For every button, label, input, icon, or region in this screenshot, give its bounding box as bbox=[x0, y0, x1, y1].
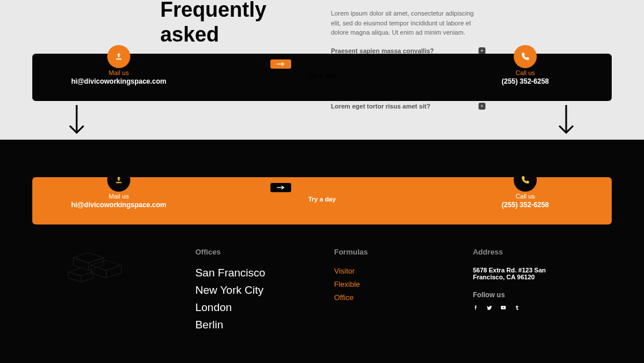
cta-mail-col-2: Mail us hi@divicoworkingspace.com bbox=[67, 193, 171, 209]
footer-formulas-col: Formulas Visitor Flexible Office bbox=[334, 248, 438, 336]
try-label: Try a day bbox=[308, 72, 336, 79]
bottom-section: Mail us hi@divicoworkingspace.com Try a … bbox=[0, 140, 644, 363]
cta-call-col-2: Call us (255) 352-6258 bbox=[473, 193, 577, 209]
top-section: Frequently asked Lorem ipsum dolor sit a… bbox=[0, 0, 644, 140]
cta-bar-wrapper-1: Mail us hi@divicoworkingspace.com Try a … bbox=[0, 54, 644, 101]
office-link-berlin[interactable]: Berlin bbox=[195, 319, 300, 331]
upload-icon-2 bbox=[107, 169, 130, 192]
office-link-london[interactable]: London bbox=[195, 301, 300, 314]
phone-icon-2 bbox=[514, 169, 537, 192]
faq-lorem: Lorem ipsum dolor sit amet, consectetur … bbox=[331, 9, 481, 38]
youtube-icon[interactable] bbox=[500, 305, 506, 310]
cta-mail-col: Mail us hi@divicoworkingspace.com bbox=[67, 69, 171, 85]
svg-rect-0 bbox=[116, 58, 121, 59]
svg-marker-8 bbox=[73, 258, 88, 271]
facebook-icon[interactable] bbox=[473, 305, 479, 310]
mail-value-2[interactable]: hi@divicoworkingspace.com bbox=[71, 201, 166, 209]
upload-icon bbox=[107, 45, 130, 68]
svg-marker-14 bbox=[69, 272, 81, 282]
footer-columns: Offices San Francisco New York City Lond… bbox=[32, 224, 612, 359]
faq-title-line1: Frequently bbox=[160, 0, 266, 22]
svg-marker-9 bbox=[91, 260, 122, 271]
copyright-row: © 2020 by Divi Coworking Space. All righ… bbox=[32, 359, 612, 363]
call-value-2[interactable]: (255) 352-6258 bbox=[502, 201, 549, 209]
try-label-2: Try a day bbox=[308, 196, 336, 203]
mail-label: Mail us bbox=[109, 69, 129, 76]
svg-marker-12 bbox=[69, 268, 94, 276]
formula-link-office[interactable]: Office bbox=[334, 293, 438, 302]
formula-link-flexible[interactable]: Flexible bbox=[334, 280, 438, 289]
mail-label-2: Mail us bbox=[109, 193, 129, 200]
try-button-2[interactable] bbox=[270, 183, 291, 192]
svg-marker-10 bbox=[106, 265, 121, 278]
svg-rect-4 bbox=[116, 182, 121, 183]
svg-marker-6 bbox=[73, 253, 104, 263]
formulas-heading: Formulas bbox=[334, 248, 438, 256]
arrow-down-right-icon bbox=[558, 104, 575, 135]
faq-title: Frequently asked bbox=[160, 0, 266, 47]
try-button[interactable] bbox=[270, 59, 291, 69]
cta-call-col: Call us (255) 352-6258 bbox=[473, 69, 577, 85]
faq-toggle-2[interactable]: + bbox=[479, 103, 485, 110]
footer-offices-col: Offices San Francisco New York City Lond… bbox=[195, 248, 300, 336]
faq-title-line2: asked bbox=[160, 22, 266, 47]
twitter-icon[interactable] bbox=[487, 305, 492, 310]
cta-bar-1: Mail us hi@divicoworkingspace.com Try a … bbox=[32, 54, 612, 101]
call-label: Call us bbox=[515, 69, 535, 76]
cta-try-col-2: Try a day bbox=[270, 193, 374, 203]
cta-try-col: Try a day bbox=[270, 70, 374, 79]
follow-heading: Follow us bbox=[473, 291, 577, 299]
phone-icon bbox=[514, 45, 537, 68]
footer-address-col: Address 5678 Extra Rd. #123 San Francisc… bbox=[473, 248, 577, 336]
isometric-logo bbox=[67, 248, 130, 288]
tumblr-icon[interactable] bbox=[514, 305, 520, 310]
social-row bbox=[473, 305, 577, 310]
address-heading: Address bbox=[473, 248, 577, 256]
arrow-down-left-icon bbox=[68, 104, 85, 135]
offices-heading: Offices bbox=[195, 248, 300, 256]
call-label-2: Call us bbox=[515, 193, 535, 200]
formula-link-visitor[interactable]: Visitor bbox=[334, 267, 438, 275]
address-text: 5678 Extra Rd. #123 San Francisco, CA 96… bbox=[473, 267, 577, 280]
office-link-sf[interactable]: San Francisco bbox=[195, 267, 300, 279]
call-value[interactable]: (255) 352-6258 bbox=[502, 77, 549, 85]
cta-bar-wrapper-2: Mail us hi@divicoworkingspace.com Try a … bbox=[0, 157, 644, 224]
office-link-nyc[interactable]: New York City bbox=[195, 284, 300, 297]
faq-item-2[interactable]: Lorem eget tortor risus amet sit? bbox=[331, 103, 430, 110]
cta-bar-2: Mail us hi@divicoworkingspace.com Try a … bbox=[32, 177, 612, 224]
mail-value[interactable]: hi@divicoworkingspace.com bbox=[71, 77, 166, 85]
footer-logo-col bbox=[67, 248, 161, 336]
